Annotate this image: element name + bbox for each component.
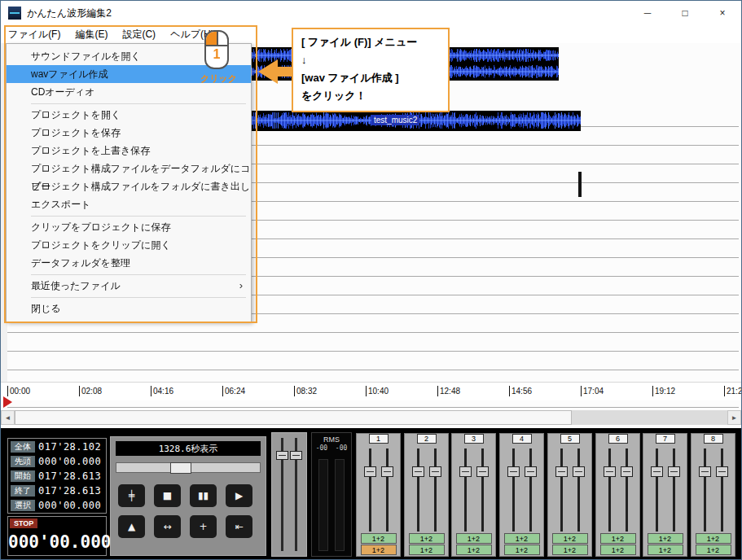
channel-fader-handle[interactable] [668,466,680,477]
master-fader-handle[interactable] [276,451,288,460]
channel-number: 2 [417,434,437,444]
pause-button[interactable]: ▮▮ [190,484,217,507]
channel-route-button[interactable]: 1+2 [456,545,492,555]
channel-route-button[interactable]: 1+2 [648,545,683,555]
menu-item[interactable]: プロジェクト構成ファイルをフォルダに書き出し [7,177,251,195]
scroll-right-button[interactable]: ► [727,410,741,425]
menu-item[interactable]: エクスポート [7,195,251,213]
scrollbar-thumb[interactable] [15,410,572,425]
channel-fader-handle[interactable] [429,466,441,477]
channel-fader-handle[interactable] [555,466,568,477]
menu-item[interactable]: クリップをプロジェクトに保存 [7,218,251,236]
menu-item[interactable]: プロジェクトを上書き保存 [7,142,251,160]
channel-strip: 61+21+2 [595,433,640,557]
channel-route-button[interactable]: 1+2 [361,533,397,544]
playhead-marker[interactable] [3,396,12,408]
channel-route-button[interactable]: 1+2 [696,545,731,555]
channel-fader-handle[interactable] [476,466,489,477]
timeline-label: 19:12 [652,386,675,396]
transport-row-1: ╪■▮▮▶ [118,484,252,507]
time-row: 選択000'00.000 [11,499,103,511]
menu-item[interactable]: 最近使ったファイル› [7,277,251,295]
clip-name-label: test_music2 [371,115,419,125]
channel-fader-track [721,448,723,532]
menu-item-label: wavファイル作成 [31,68,108,80]
menu-item[interactable]: プロジェクトを保存 [7,124,251,142]
channel-route-button[interactable]: 1+2 [600,545,636,555]
channel-fader-track [577,448,580,532]
current-time-display: 000'00.000 [8,532,106,552]
timeline-label: 10:40 [366,386,389,396]
loop-button[interactable]: ↔ [154,515,181,538]
channel-fader-handle[interactable] [716,466,728,477]
timeline-label: 21:20 [724,386,741,396]
callout-line-2: ↓ [301,51,440,69]
channel-fader-handle[interactable] [459,466,472,477]
transport-status-display: STOP 000'00.000 [7,516,107,556]
menubar-item[interactable]: 設定(C) [115,25,163,43]
scroll-left-button[interactable]: ◄ [1,410,15,425]
time-row-label: 選択 [11,500,35,511]
minimize-button[interactable]: ─ [629,1,666,25]
menu-item[interactable]: プロジェクトをクリップに開く [7,236,251,254]
close-button[interactable]: × [704,1,741,25]
channel-route-button[interactable]: 1+2 [504,545,540,555]
channel-fader-track [704,448,706,532]
zoom-slider-handle[interactable] [170,462,191,474]
channel-fader-handle[interactable] [621,466,633,477]
fader-button[interactable]: ╪ [118,484,145,507]
eject-button[interactable]: ▲ [118,515,145,538]
channel-route-button[interactable]: 1+2 [696,533,731,544]
menubar-item[interactable]: ファイル(F) [1,25,68,43]
channel-route-button[interactable]: 1+2 [552,533,588,544]
callout-line-1: [ ファイル (F)] メニュー [301,33,440,51]
channel-fader-handle[interactable] [573,466,585,477]
channel-number: 3 [464,434,484,444]
play-button[interactable]: ▶ [226,484,252,507]
channel-fader-handle[interactable] [412,466,424,477]
level-meter-panel: RMS -00 -00 [311,432,352,557]
to-start-button[interactable]: ⇤ [226,515,252,538]
window-title: かんたん波形編集2 [27,7,112,20]
channel-route-button[interactable]: 1+2 [456,533,492,544]
clip-boundary-marker [578,172,582,197]
menu-item[interactable]: CDオーディオ [7,83,251,101]
channel-route-button[interactable]: 1+2 [361,545,397,555]
arrow-tail [277,67,292,77]
menu-item[interactable]: プロジェクト構成ファイルをデータフォルダにコピー [7,160,251,177]
channel-route-button[interactable]: 1+2 [409,545,445,555]
menu-item[interactable]: プロジェクトを開く [7,106,251,124]
channel-fader-handle[interactable] [604,466,616,477]
channel-fader-handle[interactable] [525,466,537,477]
channel-route-button[interactable]: 1+2 [504,533,540,544]
channel-route-button[interactable]: 1+2 [409,533,445,544]
timeline-ruler[interactable]: 00:0002:0804:1606:2408:3210:4012:4814:56… [1,382,741,400]
channel-route-button[interactable]: 1+2 [600,533,636,544]
time-row-label: 開始 [11,470,35,482]
channel-fader-track [512,448,515,532]
menubar-item[interactable]: 編集(E) [68,25,115,43]
maximize-button[interactable]: □ [666,1,704,25]
time-panel: 全体017'28.102先頭000'00.000開始017'28.613終了01… [7,438,107,514]
channel-strip: 71+21+2 [643,433,687,557]
channel-fader-handle[interactable] [507,466,520,477]
stop-button[interactable]: ■ [154,484,181,507]
zoom-slider[interactable] [116,462,261,473]
channel-fader-handle[interactable] [651,466,663,477]
channel-route-button[interactable]: 1+2 [552,545,588,555]
click-label: クリック [200,72,233,85]
channel-fader-handle[interactable] [364,466,376,477]
app-icon [8,7,21,20]
transport-row-2: ▲↔+⇤ [118,515,252,538]
master-fader-handle[interactable] [290,451,302,460]
menu-item[interactable]: データフォルダを整理 [7,254,251,272]
channel-route-button[interactable]: 1+2 [648,533,683,544]
channel-fader-track [560,448,563,532]
horizontal-scrollbar[interactable]: ◄ ► [1,410,741,425]
channel-fader-handle[interactable] [699,466,711,477]
add-button[interactable]: + [190,515,217,538]
channel-fader-handle[interactable] [381,466,393,477]
menu-item[interactable]: 閉じる [7,300,251,317]
callout-line-3: [wav ファイル作成 ] [301,69,440,87]
channel-number: 5 [560,434,580,444]
